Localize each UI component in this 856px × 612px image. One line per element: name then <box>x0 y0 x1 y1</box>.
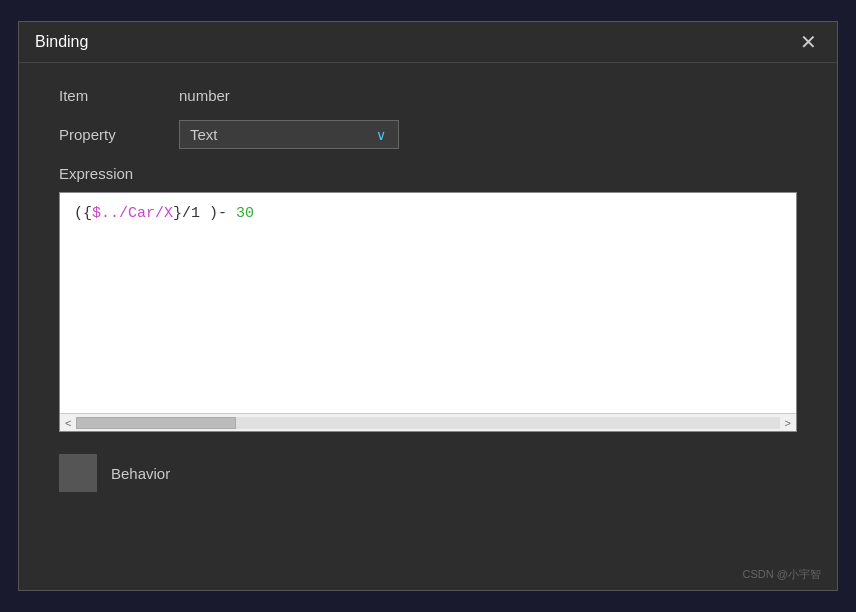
behavior-icon <box>59 454 97 492</box>
close-button[interactable]: ✕ <box>796 32 821 52</box>
watermark: CSDN @小宇智 <box>743 567 821 582</box>
expression-code-area[interactable]: ({$../Car/X}/1 )- 30 <box>60 193 796 413</box>
expression-editor[interactable]: ({$../Car/X}/1 )- 30 < > <box>59 192 797 432</box>
scroll-thumb[interactable] <box>76 417 236 429</box>
expr-prefix: ({ <box>74 205 92 222</box>
behavior-label: Behavior <box>111 465 170 482</box>
expr-variable: $../Car/X <box>92 205 173 222</box>
dialog-title: Binding <box>35 33 88 51</box>
horizontal-scrollbar[interactable]: < > <box>60 413 796 431</box>
expression-section: Expression ({$../Car/X}/1 )- 30 < > <box>59 165 797 432</box>
expr-suffix: }/1 )- <box>173 205 236 222</box>
item-label: Item <box>59 87 179 104</box>
property-label: Property <box>59 126 179 143</box>
item-row: Item number <box>59 87 797 104</box>
chevron-down-icon: ∨ <box>376 127 386 143</box>
property-dropdown-value: Text <box>190 126 218 143</box>
scroll-right-arrow[interactable]: > <box>782 417 794 429</box>
expression-section-label: Expression <box>59 165 797 182</box>
item-value: number <box>179 87 230 104</box>
expr-number: 30 <box>236 205 254 222</box>
property-dropdown[interactable]: Text ∨ <box>179 120 399 149</box>
property-row: Property Text ∨ <box>59 120 797 149</box>
scroll-track[interactable] <box>76 417 779 429</box>
binding-dialog: Binding ✕ Item number Property Text ∨ Ex… <box>18 21 838 591</box>
scroll-left-arrow[interactable]: < <box>62 417 74 429</box>
dialog-titlebar: Binding ✕ <box>19 22 837 63</box>
dialog-body: Item number Property Text ∨ Expression (… <box>19 63 837 516</box>
behavior-row: Behavior <box>59 454 797 492</box>
